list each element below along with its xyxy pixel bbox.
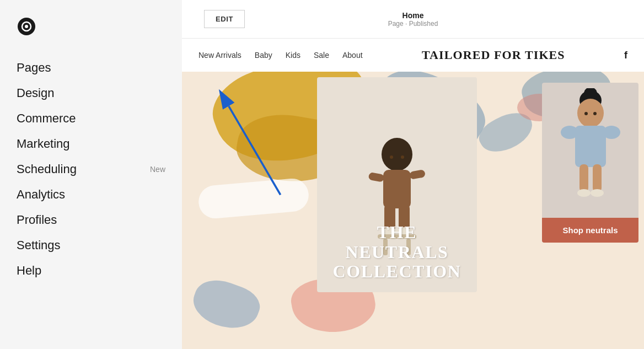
girl-illustration: [552, 88, 629, 204]
paint-stroke-white-1: [197, 177, 310, 219]
sidebar-item-label: Analytics: [17, 187, 65, 202]
sidebar-item-profiles[interactable]: Profiles: [0, 207, 182, 233]
page-name: Home: [388, 11, 438, 20]
svg-rect-10: [409, 169, 426, 180]
topbar: EDIT Home Page · Published: [182, 0, 644, 39]
sidebar-item-scheduling[interactable]: Scheduling New: [0, 157, 182, 182]
hero-title-line1: THE: [317, 223, 477, 242]
main-content: EDIT Home Page · Published New Arrivals …: [182, 0, 644, 349]
side-card: Shop neutrals: [542, 83, 638, 243]
nav-link-kids[interactable]: Kids: [286, 51, 300, 60]
svg-point-18: [577, 99, 604, 127]
sidebar-item-label: Help: [17, 264, 41, 278]
sidebar-item-label: Settings: [17, 238, 61, 253]
sidebar-item-design[interactable]: Design: [0, 80, 182, 106]
svg-point-21: [603, 126, 620, 139]
website-nav-links: New Arrivals Baby Kids Sale About: [198, 51, 363, 60]
svg-rect-9: [368, 172, 385, 182]
sidebar-item-label: Pages: [17, 61, 51, 75]
svg-point-12: [401, 155, 404, 159]
sidebar-item-help[interactable]: Help: [0, 258, 182, 283]
sidebar-item-label: Design: [17, 86, 54, 100]
hero-card: THE NEUTRALS COLLECTION: [317, 77, 477, 292]
nav-link-sale[interactable]: Sale: [314, 51, 329, 60]
svg-point-24: [577, 189, 591, 197]
website: New Arrivals Baby Kids Sale About TAILOR…: [182, 39, 644, 349]
hero-text: THE NEUTRALS COLLECTION: [317, 223, 477, 281]
hero-title-line3: COLLECTION: [317, 262, 477, 281]
sidebar-item-label: Scheduling: [17, 162, 77, 176]
hero-section: THE NEUTRALS COLLECTION: [182, 72, 644, 349]
sidebar: Pages Design Commerce Marketing Scheduli…: [0, 0, 182, 349]
social-facebook-icon[interactable]: f: [624, 50, 627, 61]
sidebar-item-label: Marketing: [17, 137, 70, 151]
svg-point-20: [561, 126, 578, 139]
svg-point-25: [591, 189, 604, 197]
svg-point-3: [382, 138, 412, 171]
svg-point-27: [593, 112, 597, 115]
sidebar-item-pages[interactable]: Pages: [0, 55, 182, 80]
svg-rect-4: [383, 170, 411, 208]
sidebar-item-label: Profiles: [17, 213, 57, 227]
sidebar-item-label: Commerce: [17, 111, 76, 126]
svg-rect-19: [575, 126, 606, 167]
svg-point-26: [584, 112, 588, 115]
svg-point-11: [390, 155, 393, 159]
page-info: Home Page · Published: [388, 11, 438, 28]
svg-rect-22: [579, 164, 588, 192]
shop-neutrals-button[interactable]: Shop neutrals: [542, 218, 638, 243]
sidebar-item-analytics[interactable]: Analytics: [0, 182, 182, 207]
hero-title-line2: NEUTRALS: [317, 243, 477, 262]
scheduling-new-badge: New: [150, 165, 165, 174]
website-preview: New Arrivals Baby Kids Sale About TAILOR…: [182, 39, 644, 349]
edit-button[interactable]: EDIT: [204, 10, 245, 28]
svg-rect-23: [593, 164, 602, 192]
sidebar-item-commerce[interactable]: Commerce: [0, 106, 182, 131]
website-nav: New Arrivals Baby Kids Sale About TAILOR…: [182, 39, 644, 72]
sidebar-logo[interactable]: [0, 11, 182, 55]
sidebar-navigation: Pages Design Commerce Marketing Scheduli…: [0, 55, 182, 283]
sidebar-item-marketing[interactable]: Marketing: [0, 131, 182, 157]
page-status: Page · Published: [388, 20, 438, 28]
nav-link-baby[interactable]: Baby: [255, 51, 272, 60]
svg-point-2: [25, 25, 28, 28]
sidebar-item-settings[interactable]: Settings: [0, 233, 182, 258]
nav-link-about[interactable]: About: [342, 51, 363, 60]
paint-stroke-blue-3: [187, 273, 265, 337]
nav-link-new-arrivals[interactable]: New Arrivals: [198, 51, 242, 60]
website-brand: TAILORED FOR TIKES: [422, 48, 565, 62]
